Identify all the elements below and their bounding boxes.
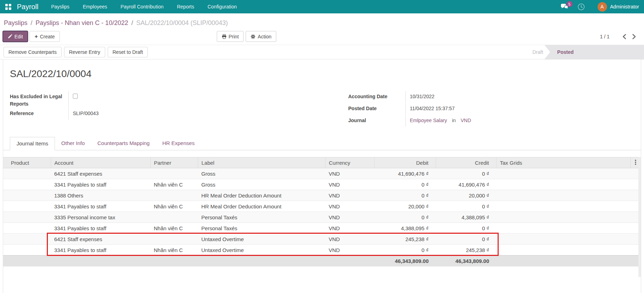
cell-debit[interactable]: 0 ₫ [374, 212, 436, 223]
tab-counterparts-mapping[interactable]: Counterparts Mapping [91, 137, 156, 150]
cell-debit[interactable]: 41,690,476 ₫ [374, 168, 436, 179]
cell-debit[interactable]: 0 ₫ [374, 190, 436, 201]
pager-next-button[interactable] [629, 32, 639, 41]
cell-product[interactable] [3, 223, 51, 234]
cell-currency[interactable]: VND [325, 168, 374, 179]
reset-to-draft-button[interactable]: Reset to Draft [108, 47, 148, 57]
edit-button[interactable]: Edit [3, 31, 28, 42]
cell-debit[interactable]: 0 ₫ [374, 245, 436, 256]
cell-product[interactable] [3, 201, 51, 212]
print-button[interactable]: Print [217, 31, 244, 42]
table-row-highlighted[interactable]: 3341 Payables to staff Nhân viên C Untax… [3, 245, 641, 256]
cell-partner[interactable] [150, 212, 198, 223]
cell-account[interactable]: 1388 Others [51, 190, 150, 201]
cell-credit[interactable]: 0 ₫ [436, 234, 496, 245]
cell-tax-grids[interactable] [496, 212, 630, 223]
cell-tax-grids[interactable] [496, 223, 630, 234]
cell-credit[interactable]: 20,000 ₫ [436, 190, 496, 201]
cell-partner[interactable]: Nhân viên C [150, 179, 198, 190]
table-row[interactable]: 6421 Staff expenses Gross VND 41,690,476… [3, 168, 641, 179]
column-header-tax-grids[interactable]: Tax Grids [496, 157, 630, 168]
cell-product[interactable] [3, 190, 51, 201]
table-row-highlighted[interactable]: 6421 Staff expenses Untaxed Overtime VND… [3, 234, 641, 245]
column-header-account[interactable]: Account [51, 157, 150, 168]
cell-product[interactable] [3, 168, 51, 179]
table-row[interactable]: 3335 Personal income tax Personal Taxés … [3, 212, 641, 223]
cell-tax-grids[interactable] [496, 190, 630, 201]
column-header-currency[interactable]: Currency [325, 157, 374, 168]
cell-account[interactable]: 3341 Payables to staff [51, 179, 150, 190]
cell-label[interactable]: HR Meal Order Deduction Amount [198, 201, 325, 212]
cell-currency[interactable]: VND [325, 190, 374, 201]
cell-currency[interactable]: VND [325, 179, 374, 190]
journal-currency-link[interactable]: VND [461, 118, 471, 123]
cell-partner[interactable] [150, 190, 198, 201]
cell-account[interactable]: 3341 Payables to staff [51, 201, 150, 212]
column-header-product[interactable]: Product [3, 157, 51, 168]
tab-hr-expenses[interactable]: HR Expenses [156, 137, 201, 150]
remove-counterparts-button[interactable]: Remove Counterparts [4, 47, 62, 57]
action-button[interactable]: Action [246, 31, 276, 42]
cell-debit[interactable]: 245,238 ₫ [374, 234, 436, 245]
nav-payslips[interactable]: Payslips [51, 4, 69, 10]
cell-tax-grids[interactable] [496, 234, 630, 245]
cell-product[interactable] [3, 179, 51, 190]
cell-tax-grids[interactable] [496, 179, 630, 190]
scrollbar[interactable] [638, 157, 641, 277]
cell-credit[interactable]: 0 ₫ [436, 168, 496, 179]
messages-button[interactable]: 5 [561, 4, 568, 10]
status-stage-draft[interactable]: Draft [528, 45, 544, 59]
cell-credit[interactable]: 0 ₫ [436, 223, 496, 234]
column-header-partner[interactable]: Partner [150, 157, 198, 168]
breadcrumb-payslip-batch[interactable]: Payslips - Nhan vien C - 10/2022 [36, 19, 128, 27]
tab-other-info[interactable]: Other Info [55, 137, 91, 150]
cell-tax-grids[interactable] [496, 245, 630, 256]
cell-currency[interactable]: VND [325, 245, 374, 256]
cell-product[interactable] [3, 212, 51, 223]
cell-label[interactable]: Gross [198, 168, 325, 179]
cell-label[interactable]: Personal Taxés [198, 212, 325, 223]
cell-label[interactable]: Untaxed Overtime [198, 245, 325, 256]
cell-debit[interactable]: 20,000 ₫ [374, 201, 436, 212]
nav-payroll-contribution[interactable]: Payroll Contribution [121, 4, 164, 10]
tab-journal-items[interactable]: Journal Items [10, 137, 55, 150]
status-stage-posted[interactable]: Posted [544, 45, 644, 59]
cell-partner[interactable] [150, 234, 198, 245]
cell-credit[interactable]: 4,388,095 ₫ [436, 212, 496, 223]
cell-label[interactable]: HR Meal Order Deduction Amount [198, 190, 325, 201]
cell-tax-grids[interactable] [496, 168, 630, 179]
table-row[interactable]: 3341 Payables to staff Nhân viên C Perso… [3, 223, 641, 234]
column-header-debit[interactable]: Debit [374, 157, 436, 168]
nav-configuration[interactable]: Configuration [208, 4, 237, 10]
table-row[interactable]: 3341 Payables to staff Nhân viên C Gross… [3, 179, 641, 190]
activities-button[interactable] [577, 3, 585, 11]
journal-link[interactable]: Emlpoyee Salary [410, 118, 447, 123]
cell-credit[interactable]: 41,690,476 ₫ [436, 179, 496, 190]
cell-label[interactable]: Gross [198, 179, 325, 190]
table-row[interactable]: 1388 Others HR Meal Order Deduction Amou… [3, 190, 641, 201]
column-header-label[interactable]: Label [198, 157, 325, 168]
app-title[interactable]: Payroll [17, 3, 38, 11]
breadcrumb-payslips[interactable]: Payslips [4, 19, 27, 27]
cell-account[interactable]: 3335 Personal income tax [51, 212, 150, 223]
cell-label[interactable]: Untaxed Overtime [198, 234, 325, 245]
cell-currency[interactable]: VND [325, 212, 374, 223]
cell-partner[interactable]: Nhân viên C [150, 223, 198, 234]
cell-account[interactable]: 6421 Staff expenses [51, 234, 150, 245]
reverse-entry-button[interactable]: Reverse Entry [64, 47, 105, 57]
pager-previous-button[interactable] [619, 32, 629, 41]
nav-reports[interactable]: Reports [177, 4, 194, 10]
cell-tax-grids[interactable] [496, 201, 630, 212]
cell-currency[interactable]: VND [325, 201, 374, 212]
cell-credit[interactable]: 245,238 ₫ [436, 245, 496, 256]
user-menu[interactable]: A Administrator [598, 2, 639, 12]
cell-partner[interactable] [150, 168, 198, 179]
nav-employees[interactable]: Employees [83, 4, 107, 10]
cell-credit[interactable]: 0 ₫ [436, 201, 496, 212]
cell-partner[interactable]: Nhân viên C [150, 245, 198, 256]
cell-currency[interactable]: VND [325, 234, 374, 245]
legal-reports-checkbox[interactable] [73, 94, 78, 99]
table-row[interactable]: 3341 Payables to staff Nhân viên C HR Me… [3, 201, 641, 212]
cell-partner[interactable]: Nhân viên C [150, 201, 198, 212]
cell-product[interactable] [3, 234, 51, 245]
